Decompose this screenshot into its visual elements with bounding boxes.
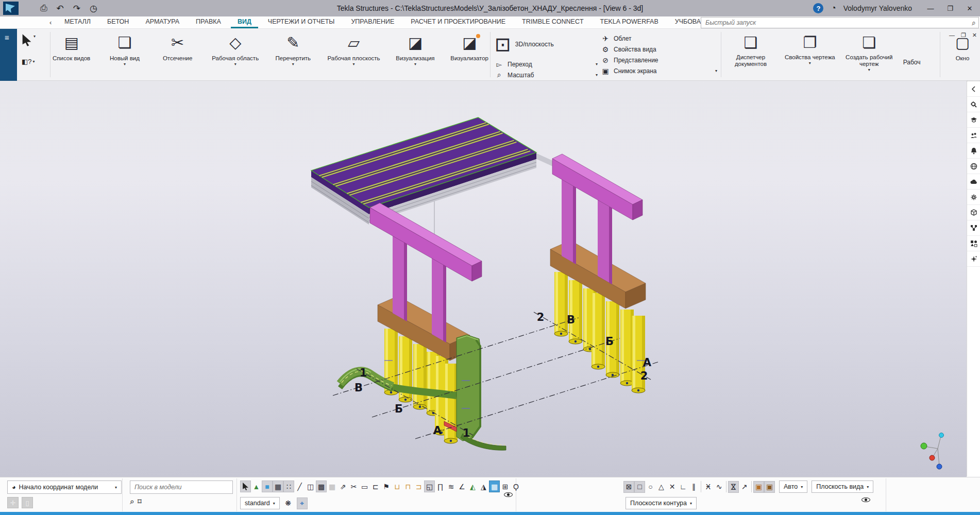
model-viewport[interactable]: 1 В Б А 1 2 В Б А 2 [0,81,967,477]
snap-cursor-button[interactable]: ⌖ [297,497,308,509]
pan-button[interactable]: ▻ Переход ▾ [495,59,599,70]
3d-plane-button[interactable]: ⊡ 3D/плоскость [495,34,554,55]
model-pile[interactable] [444,364,458,443]
redraw-button[interactable]: ✎ Перечертить ▾ [275,30,312,80]
model-pile[interactable] [569,280,582,344]
representation-button[interactable]: ⊘ Представление [601,55,718,65]
contour-planes-dropdown[interactable]: Плоскости контура ▾ [626,497,697,509]
filter-square-button[interactable]: □ [634,481,645,493]
zoom-button[interactable]: ⌕ Масштаб ▾ [495,70,599,80]
sidebar-cloud-button[interactable] [967,174,980,190]
filter-hourglass-button[interactable]: ⋈ [728,481,739,493]
snap-line-button[interactable]: ╱ [294,480,305,492]
filter-circle-button[interactable]: ○ [645,481,656,493]
view-plane-dropdown[interactable]: Плоскость вида ▾ [812,480,873,493]
area-search-icon[interactable]: ⌑ [138,497,142,506]
visualizer-button[interactable]: ◪ Визуализатор [450,30,488,80]
blue-grid-button[interactable]: ▦ [489,480,500,492]
filter-crossed-hourglass-button[interactable]: Ӿ [703,481,714,493]
screenshot-button[interactable]: ▣ Снимок экрана ▾ [601,65,718,76]
create-working-drawing-button[interactable]: ❏ Создать рабочий чертеж ▾ [842,30,896,80]
tab-armatura[interactable]: АРМАТУРА [139,16,186,28]
history-button[interactable]: ◷ [90,3,97,14]
delete-point-button[interactable]: ▯ [22,497,33,508]
tab-trimble-connect[interactable]: TRIMBLE CONNECT [515,16,590,28]
snap-fine-grid-button[interactable]: ▩ [316,480,327,492]
snap-cut-button[interactable]: ✂ [348,480,359,492]
filter-arrow-button[interactable]: ↗ [739,481,750,493]
model-pile[interactable] [413,344,427,409]
snap-grid-button[interactable]: ▦ [273,480,283,492]
snap-flag-button[interactable]: ⚑ [381,480,392,492]
sidebar-assistant-button[interactable] [967,251,980,267]
working-drawings-button[interactable]: Рабоч [903,59,921,66]
filter-parallel-button[interactable]: ∥ [688,481,699,493]
green-cone-button[interactable]: ◭ [467,480,478,492]
help-icon[interactable]: ? [813,3,823,13]
component-a-button[interactable]: ⊔ [392,480,402,492]
auto-dropdown[interactable]: Авто ▾ [779,480,807,493]
model-search-input[interactable] [130,480,233,494]
sidebar-web-button[interactable] [967,159,980,174]
origin-dropdown[interactable]: ◕ Начало координат модели ▾ [7,480,122,494]
view-close-button[interactable]: ✕ [972,32,977,39]
snap-free-button[interactable]: ■ [262,480,273,492]
tab-vid[interactable]: ВИД [231,16,258,28]
view-list-button[interactable]: ▤ Список видов [53,30,90,80]
fly-button[interactable]: ✈ Облет [601,33,718,44]
filter-orange-square-button[interactable]: ▣ [753,481,764,493]
redo-button[interactable]: ↷ [73,3,80,14]
timer-icon[interactable]: ◔ [831,3,836,13]
dark-cone-button[interactable]: ◮ [478,480,489,492]
visibility-eye-icon[interactable] [504,491,513,499]
filter-perpendicular-button[interactable]: ∟ [678,481,688,493]
filter-orange-dot-button[interactable]: ▣ [764,481,775,493]
minimize-button[interactable]: — [924,5,937,12]
tab-upravlenie[interactable]: УПРАВЛЕНИЕ [344,16,401,28]
sidebar-settings-button[interactable] [967,190,980,205]
snap-bracket-button[interactable]: ⊏ [370,480,381,492]
new-view-button[interactable]: ❏ Новый вид ▾ [106,30,143,80]
filter-triangle-button[interactable]: △ [656,481,667,493]
drawing-properties-button[interactable]: ❐ Свойства чертежа ▾ [785,30,835,80]
snap-rectangle-button[interactable]: ▭ [359,480,370,492]
undo-button[interactable]: ↶ [57,3,64,14]
sidebar-collapse-button[interactable] [967,81,980,97]
model-pile[interactable] [554,272,568,336]
tab-cherteji-i-otchety[interactable]: ЧЕРТЕЖИ И ОТЧЕТЫ [261,16,342,28]
work-area-button[interactable]: ◇ Рабочая область ▾ [212,30,259,80]
snap-dots-button[interactable]: ∷ [283,480,294,492]
clip-button[interactable]: ✂ Отсечение [159,30,196,80]
pi-shape-button[interactable]: ∏ [435,480,446,492]
quick-launch-input[interactable] [701,18,978,28]
filter-boxed-x-button[interactable]: ⊠ [623,481,634,493]
corner-fill-button[interactable]: ◱ [424,480,435,492]
angle-button[interactable]: ∠ [457,480,467,492]
tab-raschet-i-proektirovanie[interactable]: РАСЧЕТ И ПРОЕКТИРОВАНИЕ [404,16,512,28]
component-c-button[interactable]: ⊐ [413,480,424,492]
model-deck[interactable] [311,117,536,225]
component-b-button[interactable]: ⊓ [402,480,413,492]
filter-wave-button[interactable]: ∿ [714,481,724,493]
model-pier-cap-left[interactable] [370,203,482,281]
document-manager-button[interactable]: ❑ Диспетчер документов [724,30,778,80]
add-point-button[interactable]: ✛ [7,497,19,508]
tabs-scroll-left-icon[interactable]: ‹ [49,16,58,28]
snap-pointer-button[interactable] [240,480,251,492]
sidebar-learning-button[interactable] [967,112,980,128]
model-pile[interactable] [592,293,605,369]
sidebar-shapes-button[interactable] [967,236,980,251]
snap-faint-grid-button[interactable]: ▦ [327,480,337,492]
snap-profile-dropdown[interactable]: standard ▾ [240,497,280,509]
snap-solid-button[interactable]: ◫ [305,480,316,492]
visibility-eye-icon[interactable] [861,496,870,504]
sidebar-notifications-button[interactable] [967,143,980,159]
snap-override-button[interactable]: ❋ [283,497,294,509]
tab-pravka[interactable]: ПРАВКА [189,16,228,28]
tab-metall[interactable]: МЕТАЛЛ [58,16,97,28]
tab-beton[interactable]: БЕТОН [100,16,136,28]
sidebar-applications-button[interactable] [967,220,980,236]
snap-nearest-button[interactable]: ⇗ [337,480,348,492]
sidebar-collaboration-button[interactable] [967,128,980,143]
select-cursor-button[interactable]: ▾ [22,34,36,46]
